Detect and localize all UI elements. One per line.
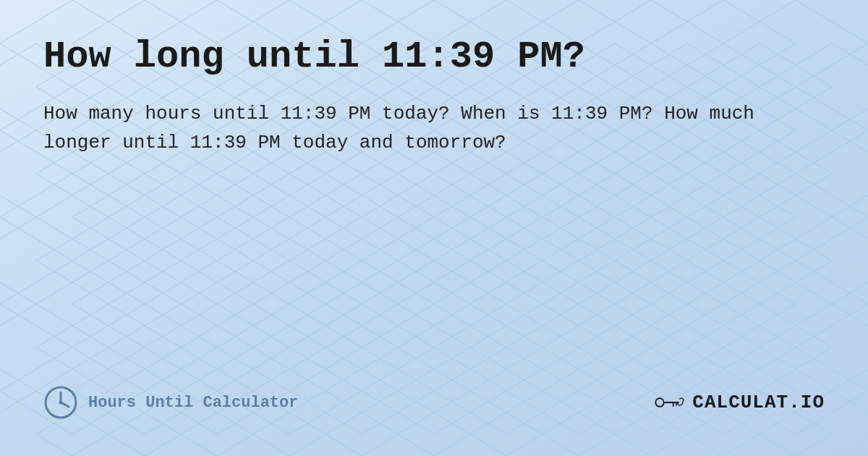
calculator-icon (653, 389, 685, 415)
page-title: How long until 11:39 PM? (43, 36, 825, 77)
footer-right-label: CALCULAT.IO (692, 392, 825, 413)
svg-point-119 (59, 401, 63, 405)
footer-right-brand: CALCULAT.IO (653, 389, 825, 415)
clock-icon (43, 385, 78, 420)
footer-left-label: Hours Until Calculator (88, 394, 298, 412)
svg-point-120 (656, 398, 665, 407)
footer: Hours Until Calculator CALCULAT.IO (43, 385, 825, 427)
footer-left-brand: Hours Until Calculator (43, 385, 298, 420)
page-description: How many hours until 11:39 PM today? Whe… (43, 99, 803, 158)
